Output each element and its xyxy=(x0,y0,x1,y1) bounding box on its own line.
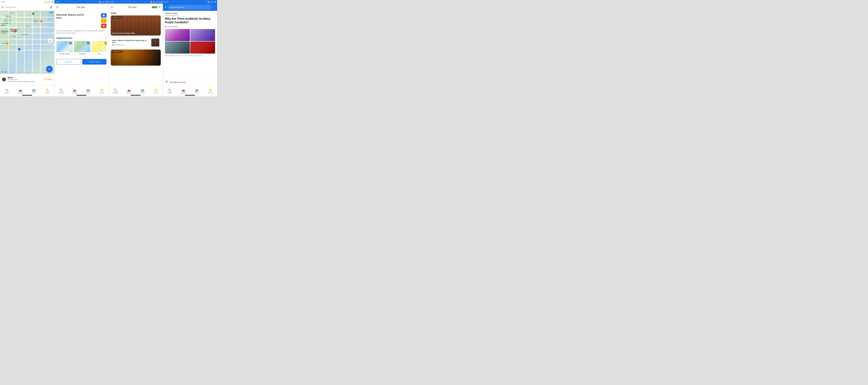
browser-top-bar: ✕ www.grubstreet.com ⋮ xyxy=(163,4,217,11)
theater-name: Theater District xyxy=(57,52,73,56)
area-card-theater[interactable]: ✕ Theater District xyxy=(56,41,73,56)
signal-icon-3: ▲▲ xyxy=(155,1,159,3)
nav-transit-4[interactable]: 🚌 Transit xyxy=(190,86,204,96)
follow-areas-button[interactable]: Follow 3 areas xyxy=(82,59,106,65)
nav-explore-3[interactable]: 🔍 Explore xyxy=(109,86,122,96)
more-tabs-icon[interactable]: ⋮ xyxy=(213,6,216,9)
manhattan-badge-1: MANHATTAN xyxy=(112,17,122,19)
article-content: GRUB GUIDES June 6, 2018 3:24 pm Why Are… xyxy=(163,11,217,89)
menu-icon-2[interactable]: ☰ xyxy=(56,6,59,9)
nav-driving-4[interactable]: 🚗 Driving xyxy=(177,86,190,96)
article-author: By Chris Crowley xyxy=(163,26,217,29)
search-input[interactable]: Search here xyxy=(5,6,50,8)
top-bar-right-3: 🔖 23 ⚙ xyxy=(152,6,161,9)
transit-icon-3: 🚌 xyxy=(141,89,144,92)
cocktail-image-3 xyxy=(165,41,190,54)
nav-foryou-label-1: For you xyxy=(45,92,50,93)
suggested-header: Suggested areas ℹ xyxy=(56,36,106,39)
discover-header: Discover places you'll love 📈 ⭐ 💬 xyxy=(56,13,106,28)
screen-feed: 10:18 ⏰ 🔔 ▲▲ ▾ ▮ ☰ For you 🔖 23 ⚙ Today … xyxy=(109,0,163,96)
transit-icon-4: 🚌 xyxy=(195,89,198,92)
road-v3 xyxy=(24,11,25,74)
article-images xyxy=(165,29,215,54)
wifi-icon-3: ▾ xyxy=(159,1,160,3)
mic-icon[interactable]: 🎤 xyxy=(50,6,53,9)
nav-foryou-4[interactable]: ⭐ For you xyxy=(204,86,217,96)
nav-foryou-1[interactable]: ⭐ For you xyxy=(40,86,54,96)
nav-driving-label-3: Driving xyxy=(127,92,131,93)
close-tab-icon[interactable]: ✕ xyxy=(164,6,166,9)
area-card-brooklyn[interactable]: ✕ Brooklyn xyxy=(74,41,91,56)
nav-driving-1[interactable]: 🚗 Driving xyxy=(13,86,27,96)
foryou-icon: ⭐ xyxy=(46,89,49,92)
url-text: www.grubstreet.com xyxy=(169,6,184,8)
screen-article: 10:19 ⏰ ▲▲ ▾ ▮ ✕ www.grubstreet.com ⋮ GR… xyxy=(163,0,217,96)
nav-explore-2[interactable]: 🔍 Explore xyxy=(54,86,68,96)
menu-icon-3[interactable]: ☰ xyxy=(111,6,113,9)
more-icon-2[interactable]: ⋮ xyxy=(157,51,159,53)
nav-driving-2[interactable]: 🚗 Driving xyxy=(68,86,81,96)
map-label-dumbo: DUMBO xyxy=(49,12,53,13)
status-icons-4: ⏰ ▲▲ ▾ ▮ xyxy=(207,1,216,3)
foryou-icon-3: ⭐ xyxy=(154,89,158,92)
alarm-icon-4: ⏰ xyxy=(207,1,209,3)
nav-foryou-2[interactable]: ⭐ For you xyxy=(95,86,108,96)
theater-close[interactable]: ✕ xyxy=(69,42,72,44)
feed-card-tasting-table[interactable]: MANHATTAN ⋮ New list from Tasting Table xyxy=(111,15,161,35)
add-area-button[interactable]: Add area xyxy=(56,59,81,65)
card1-overlay-text: New list from Tasting Table xyxy=(112,32,135,34)
worldcup-title: Here's Where to Watch the World Cup in N… xyxy=(112,39,150,43)
search-bar[interactable]: ☰ Search here 🎤 xyxy=(0,4,54,11)
url-bar[interactable]: www.grubstreet.com xyxy=(168,5,212,10)
message-icon: 💬 xyxy=(101,24,106,28)
nav-explore-4[interactable]: 🔍 Explore xyxy=(163,86,176,96)
home-indicator-4 xyxy=(185,95,195,96)
google-logo: Google xyxy=(1,71,7,73)
transit-icon: 🚌 xyxy=(32,89,35,92)
feed-card-worldcup[interactable]: Here's Where to Watch the World Cup in N… xyxy=(111,37,161,48)
nav-foryou-3[interactable]: ⭐ For you xyxy=(149,86,163,96)
info-icon[interactable]: ℹ xyxy=(105,36,106,39)
menu-icon[interactable]: ☰ xyxy=(2,6,4,9)
nav-foryou-label-3: For you xyxy=(154,92,158,93)
alarm-icon-3: ⏰ xyxy=(150,1,152,3)
cocktail-image-4 xyxy=(190,41,215,54)
more-icon-1[interactable]: ⋮ xyxy=(157,17,159,19)
driving-icon-3: 🚗 xyxy=(127,89,131,92)
map-label-kings2: Supreme xyxy=(34,21,38,23)
nav-explore-1[interactable]: 🔍 Explore xyxy=(0,86,13,96)
map-label-pier2: Park Pier 5 xyxy=(1,32,6,34)
settings-icon[interactable]: ⚙ xyxy=(158,6,161,9)
action-buttons: Add area Follow 3 areas xyxy=(56,59,106,65)
nav-transit-label-1: Transit xyxy=(32,92,36,93)
nav-transit-label-2: Transit xyxy=(86,92,90,93)
notification-icon-3: 🔔 xyxy=(153,1,155,3)
map-link-bar[interactable]: 📍 View places on map › xyxy=(163,79,217,85)
nav-explore-label-3: Explore xyxy=(113,92,118,93)
ma-close[interactable]: ✕ xyxy=(104,42,106,44)
go-button[interactable]: GO xyxy=(46,66,53,72)
article-source: GRUB GUIDES xyxy=(163,11,217,14)
nav-transit-1[interactable]: 🚌 Transit xyxy=(27,86,40,96)
discover-desc: Get recommendations, created just for yo… xyxy=(56,30,106,34)
star-icon: ⭐ xyxy=(101,19,106,23)
nav-driving-3[interactable]: 🚗 Driving xyxy=(122,86,136,96)
brooklyn-name: Brooklyn xyxy=(74,52,90,56)
travel-card: ⬛ Work via FDR Drive Fastest route, ligh… xyxy=(0,73,54,85)
map-label-clarks: Clark's xyxy=(1,25,4,26)
status-icons-3: ⏰ 🔔 ▲▲ ▾ ▮ xyxy=(150,1,161,3)
nav-driving-label-4: Driving xyxy=(181,92,186,93)
theater-map-thumb: ✕ xyxy=(57,41,73,52)
explore-icon-4: 🔍 xyxy=(168,89,172,92)
explore-icon: 🔍 xyxy=(5,89,8,92)
nav-transit-2[interactable]: 🚌 Transit xyxy=(82,86,95,96)
location-button[interactable]: ◎ xyxy=(48,38,53,43)
map-area[interactable]: WeWork Du... Brooklyn Bridge Park Brookl… xyxy=(0,11,54,74)
area-card-ma[interactable]: ✕ Ma... xyxy=(92,41,106,56)
brooklyn-close[interactable]: ✕ xyxy=(87,42,90,44)
cocktail-image-1 xyxy=(165,29,190,41)
feed-card-2[interactable]: MANHATTAN ⋮ xyxy=(111,50,161,66)
nav-explore-label-4: Explore xyxy=(167,92,172,93)
feed-content: Today MANHATTAN ⋮ New list from Tasting … xyxy=(109,11,163,89)
nav-transit-3[interactable]: 🚌 Transit xyxy=(136,86,149,96)
